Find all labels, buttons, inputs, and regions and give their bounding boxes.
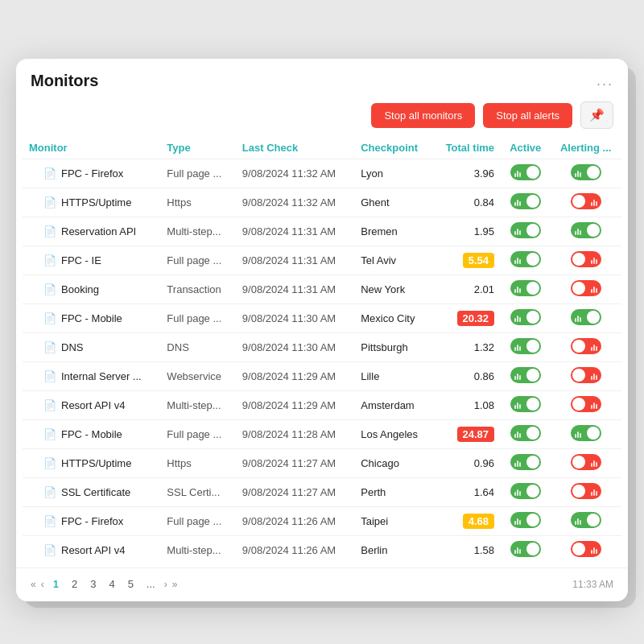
total-time-cell: 4.68 [432, 507, 501, 536]
active-toggle[interactable] [510, 367, 541, 383]
monitors-table-wrapper: Monitor Type Last Check Checkpoint Total… [16, 137, 628, 564]
monitor-name-label[interactable]: FPC - Mobile [61, 312, 122, 324]
type-cell: Https [160, 188, 235, 217]
pin-button[interactable]: 📌 [580, 101, 613, 129]
last-page-nav[interactable]: » [172, 579, 178, 590]
alerting-toggle-cell [550, 507, 621, 536]
type-cell: SSL Certi... [160, 478, 235, 507]
active-toggle-cell [501, 420, 550, 449]
alerting-toggle[interactable] [571, 164, 601, 180]
monitor-type-icon: 📄 [43, 341, 56, 353]
page-3[interactable]: 3 [86, 576, 100, 592]
active-toggle-cell [501, 217, 550, 246]
monitor-name-label[interactable]: HTTPS/Uptime [61, 457, 131, 469]
monitor-name-label[interactable]: FPC - Firefox [61, 515, 123, 527]
active-toggle-cell [501, 275, 550, 304]
monitors-table: Monitor Type Last Check Checkpoint Total… [23, 137, 621, 564]
total-time-cell: 0.86 [432, 362, 501, 391]
alerting-toggle[interactable] [571, 251, 601, 267]
alerting-toggle[interactable] [571, 541, 601, 557]
col-monitor: Monitor [23, 137, 160, 159]
status-cell [23, 333, 37, 362]
monitor-name-label[interactable]: HTTPS/Uptime [61, 196, 131, 208]
last-check-cell: 9/08/2024 11:29 AM [236, 391, 354, 420]
monitor-type-icon: 📄 [43, 167, 56, 180]
last-check-cell: 9/08/2024 11:26 AM [236, 536, 354, 565]
monitor-name-label[interactable]: FPC - Mobile [61, 428, 122, 440]
active-toggle[interactable] [510, 164, 541, 180]
active-toggle[interactable] [510, 454, 541, 470]
active-toggle[interactable] [510, 251, 541, 267]
type-cell: Full page ... [160, 304, 235, 333]
alerting-toggle[interactable] [571, 367, 601, 383]
type-cell: Multi-step... [160, 536, 235, 565]
monitor-name-cell: 📄FPC - IE [37, 246, 160, 275]
footer-timestamp: 11:33 AM [572, 579, 613, 590]
total-time-cell: 1.08 [432, 391, 501, 420]
checkpoint-cell: Ghent [354, 188, 432, 217]
active-toggle[interactable] [510, 541, 541, 557]
alerting-toggle-cell [550, 159, 621, 188]
active-toggle[interactable] [510, 512, 541, 528]
total-time-cell: 0.96 [432, 449, 501, 478]
toolbar: Stop all monitors Stop all alerts 📌 [16, 98, 628, 137]
total-time-cell: 5.54 [432, 246, 501, 275]
alerting-toggle[interactable] [571, 338, 601, 354]
footer: « ‹ 1 2 3 4 5 ... › » 11:33 AM [16, 568, 628, 601]
prev-page-nav[interactable]: ‹ [41, 579, 44, 590]
type-cell: Full page ... [160, 507, 235, 536]
total-time-badge: 4.68 [463, 514, 494, 529]
active-toggle[interactable] [510, 222, 541, 238]
page-ellipsis: ... [142, 576, 159, 592]
active-toggle[interactable] [510, 338, 541, 354]
page-5[interactable]: 5 [124, 576, 138, 592]
monitor-name-label[interactable]: DNS [61, 341, 83, 353]
monitor-name-label[interactable]: FPC - IE [61, 254, 101, 266]
monitor-name-cell: 📄HTTPS/Uptime [37, 449, 160, 478]
active-toggle[interactable] [510, 425, 541, 441]
table-row: 📄FPC - MobileFull page ...9/08/2024 11:2… [23, 420, 621, 449]
checkpoint-cell: Lille [354, 362, 432, 391]
stop-all-alerts-button[interactable]: Stop all alerts [483, 103, 572, 128]
checkpoint-cell: Pittsburgh [354, 333, 432, 362]
alerting-toggle[interactable] [571, 512, 601, 528]
type-cell: Full page ... [160, 246, 235, 275]
alerting-toggle[interactable] [571, 425, 601, 441]
active-toggle[interactable] [510, 280, 541, 296]
page-4[interactable]: 4 [105, 576, 118, 592]
active-toggle[interactable] [510, 193, 541, 209]
active-toggle[interactable] [510, 396, 541, 412]
status-cell [23, 507, 37, 536]
monitor-name-label[interactable]: Reservation API [61, 225, 136, 237]
active-toggle-cell [501, 507, 550, 536]
monitor-type-icon: 📄 [43, 254, 56, 266]
stop-all-monitors-button[interactable]: Stop all monitors [371, 103, 475, 128]
monitor-name-label[interactable]: FPC - Firefox [61, 167, 123, 180]
active-toggle[interactable] [510, 309, 541, 325]
last-check-cell: 9/08/2024 11:30 AM [236, 304, 354, 333]
monitor-name-label[interactable]: Booking [61, 283, 99, 295]
alerting-toggle[interactable] [571, 309, 601, 325]
first-page-nav[interactable]: « [31, 579, 36, 590]
page-1[interactable]: 1 [49, 576, 63, 592]
more-options-icon[interactable]: ... [597, 72, 613, 89]
active-toggle[interactable] [510, 483, 541, 499]
alerting-toggle[interactable] [571, 222, 601, 238]
alerting-toggle-cell [550, 449, 621, 478]
alerting-toggle[interactable] [571, 280, 601, 296]
alerting-toggle-cell [550, 188, 621, 217]
monitor-name-label[interactable]: Internal Server ... [61, 370, 142, 382]
monitor-name-label[interactable]: Resort API v4 [61, 399, 125, 411]
alerting-toggle[interactable] [571, 396, 601, 412]
monitor-name-label[interactable]: Resort API v4 [61, 544, 125, 556]
alerting-toggle[interactable] [571, 454, 601, 470]
next-page-nav[interactable]: › [164, 579, 167, 590]
alerting-toggle[interactable] [571, 483, 601, 499]
active-toggle-cell [501, 362, 550, 391]
page-2[interactable]: 2 [68, 576, 81, 592]
monitor-name-label[interactable]: SSL Certificate [61, 486, 130, 498]
table-row: 📄HTTPS/UptimeHttps9/08/2024 11:27 AMChic… [23, 449, 621, 478]
alerting-toggle[interactable] [571, 193, 601, 209]
total-time-cell: 1.32 [432, 333, 501, 362]
last-check-cell: 9/08/2024 11:27 AM [236, 478, 354, 507]
